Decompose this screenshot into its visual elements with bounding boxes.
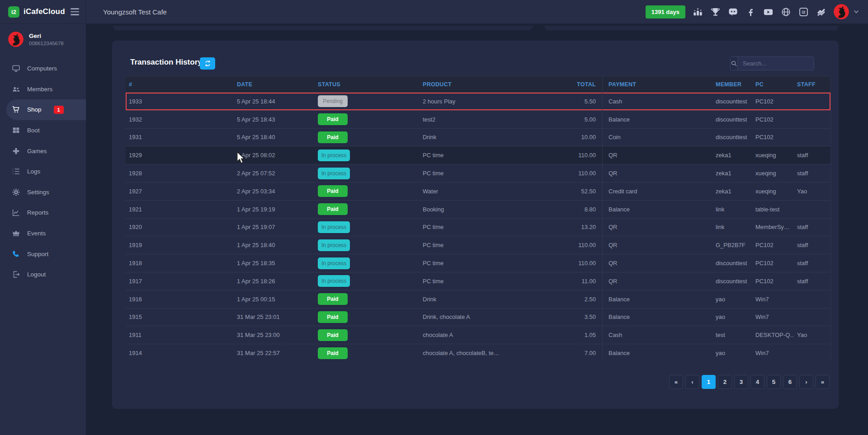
refresh-button[interactable] <box>200 57 215 70</box>
cell-pc: PC102 <box>752 116 794 123</box>
column-header-pc[interactable]: PC <box>752 81 794 88</box>
sidebar-item-events[interactable]: Events <box>0 223 86 244</box>
sidebar-item-label: Computers <box>27 65 57 72</box>
column-header-staff[interactable]: STAFF <box>794 81 830 88</box>
pagination-page-2[interactable]: 2 <box>718 375 732 389</box>
column-header-product[interactable]: PRODUCT <box>420 81 533 88</box>
sidebar-item-computers[interactable]: Computers <box>0 58 86 79</box>
computers-icon <box>12 64 20 73</box>
icafecloud-icon[interactable]: i2 <box>798 7 809 17</box>
pagination-page-1[interactable]: 1 <box>702 375 716 389</box>
table-row-1918[interactable]: 19181 Apr 25 18:35In processPC time110.0… <box>126 254 830 272</box>
members-icon <box>12 85 20 94</box>
cell-status: Paid <box>315 329 420 341</box>
cell-status: Paid <box>315 185 420 197</box>
pagination-page-6[interactable]: 6 <box>783 375 797 389</box>
sidebar-user-block[interactable]: Geri 008612345678 <box>0 24 86 47</box>
table-row-1914[interactable]: 191431 Mar 25 22:57Paidchocolate A, choc… <box>126 344 830 362</box>
table-row-1920[interactable]: 19201 Apr 25 19:07In processPC time13.20… <box>126 218 830 236</box>
pagination-next[interactable]: › <box>799 375 813 389</box>
column-header-id[interactable]: # <box>126 81 234 88</box>
sidebar-item-games[interactable]: Games <box>0 140 86 161</box>
table-row-1933[interactable]: 19335 Apr 25 18:44Pending2 hours Play5.5… <box>126 92 830 110</box>
shop-count-badge: 1 <box>54 106 64 114</box>
ranking-icon[interactable] <box>693 7 703 17</box>
column-header-status[interactable]: STATUS <box>315 81 420 88</box>
cell-pc: Win7 <box>752 313 794 320</box>
search-input[interactable] <box>738 57 814 70</box>
cell-id: 1929 <box>126 152 234 159</box>
cell-status: In process <box>315 221 420 233</box>
table-header-row: #DATESTATUSPRODUCTTOTALPAYMENTMEMBERPCST… <box>126 76 830 92</box>
pagination-page-3[interactable]: 3 <box>734 375 748 389</box>
cell-payment: Balance <box>602 111 712 128</box>
cell-total: 7.00 <box>533 350 602 356</box>
pagination-page-4[interactable]: 4 <box>750 375 764 389</box>
table-row-1927[interactable]: 19272 Apr 25 03:34PaidWater52.50Credit c… <box>126 182 830 200</box>
offers-icon[interactable] <box>816 7 826 17</box>
status-badge: In process <box>318 221 350 233</box>
table-row-1929[interactable]: 19292 Apr 25 08:02In processPC time110.0… <box>126 146 830 164</box>
sidebar-item-shop[interactable]: Shop1 <box>6 99 86 120</box>
cell-payment: Balance <box>602 290 712 308</box>
pagination-last[interactable]: » <box>816 375 830 389</box>
table-row-1932[interactable]: 19325 Apr 25 18:43Paidtest25.00Balancedi… <box>126 110 830 128</box>
sidebar-item-boot[interactable]: Boot <box>0 120 86 141</box>
cell-status: Paid <box>315 293 420 305</box>
cell-member: discounttest <box>712 278 752 285</box>
pagination-page-5[interactable]: 5 <box>767 375 781 389</box>
table-row-1911[interactable]: 191131 Mar 25 23:00Paidchocolate A1.05Ca… <box>126 326 830 344</box>
sidebar-item-logout[interactable]: Logout <box>0 264 86 285</box>
column-header-payment[interactable]: PAYMENT <box>602 76 712 92</box>
column-header-date[interactable]: DATE <box>234 81 315 88</box>
chevron-down-icon[interactable] <box>854 10 859 14</box>
table-row-1916[interactable]: 19161 Apr 25 00:15PaidDrink2.50Balanceya… <box>126 290 830 308</box>
sidebar-item-label: Members <box>27 86 52 93</box>
cell-payment: Balance <box>602 344 712 362</box>
sidebar-item-support[interactable]: Support <box>0 243 86 264</box>
facebook-icon[interactable] <box>745 7 756 17</box>
table-row-1921[interactable]: 19211 Apr 25 19:19PaidBooking8.80Balance… <box>126 200 830 218</box>
sidebar: Geri 008612345678 ComputersMembersShop1B… <box>0 24 86 435</box>
table-row-1928[interactable]: 19282 Apr 25 07:52In processPC time110.0… <box>126 164 830 182</box>
cell-id: 1927 <box>126 188 234 195</box>
cell-member: discounttest <box>712 134 752 140</box>
card-title: Transaction History <box>130 58 202 67</box>
status-badge: Paid <box>318 185 348 197</box>
logout-icon <box>12 270 20 279</box>
shop-icon <box>12 105 20 114</box>
cell-total: 110.00 <box>533 170 602 177</box>
sidebar-toggle-icon[interactable] <box>71 8 79 15</box>
table-row-1917[interactable]: 19171 Apr 25 18:26In processPC time11.00… <box>126 272 830 290</box>
globe-icon[interactable] <box>781 7 791 17</box>
table-row-1931[interactable]: 19315 Apr 25 18:40PaidDrink10.00Coindisc… <box>126 128 830 146</box>
sidebar-item-settings[interactable]: Settings <box>0 182 86 203</box>
cell-payment: QR <box>602 254 712 272</box>
cell-date: 1 Apr 25 19:19 <box>234 206 315 213</box>
cell-total: 13.20 <box>533 224 602 230</box>
cell-total: 11.00 <box>533 278 602 285</box>
column-header-member[interactable]: MEMBER <box>712 81 752 88</box>
cell-staff: staff <box>794 242 830 248</box>
table-row-1915[interactable]: 191531 Mar 25 23:01PaidDrink, chocolate … <box>126 308 830 326</box>
subscription-days-badge[interactable]: 1391 days <box>646 5 685 19</box>
table-row-1919[interactable]: 19191 Apr 25 18:40In processPC time110.0… <box>126 236 830 254</box>
sidebar-item-logs[interactable]: Logs <box>0 161 86 182</box>
cell-staff: Yao <box>794 188 830 195</box>
trophy-icon[interactable] <box>710 7 721 17</box>
column-header-total[interactable]: TOTAL <box>533 81 602 88</box>
discord-icon[interactable] <box>728 7 738 17</box>
pagination-first[interactable]: « <box>669 375 683 389</box>
youtube-icon[interactable] <box>763 7 774 17</box>
cell-pc: PC102 <box>752 260 794 267</box>
sidebar-item-reports[interactable]: Reports <box>0 202 86 223</box>
pagination-prev[interactable]: ‹ <box>685 375 699 389</box>
cell-date: 1 Apr 25 18:26 <box>234 278 315 285</box>
cell-payment: Cash <box>602 326 712 344</box>
status-badge: Paid <box>318 347 348 359</box>
sidebar-item-members[interactable]: Members <box>0 79 86 100</box>
cell-member: link <box>712 224 752 230</box>
user-avatar[interactable] <box>834 4 849 19</box>
cell-product: test2 <box>420 116 533 123</box>
cell-id: 1919 <box>126 242 234 248</box>
